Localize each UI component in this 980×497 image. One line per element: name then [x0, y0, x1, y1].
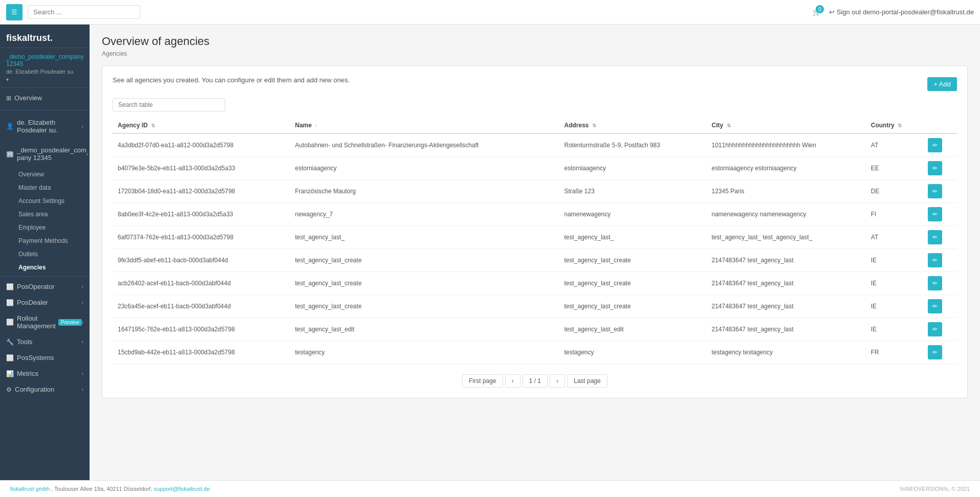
cell-address: test_agency_last_create: [559, 295, 707, 318]
edit-button[interactable]: ✏: [928, 230, 942, 244]
cell-actions: ✏: [923, 203, 957, 226]
sidebar-item-configuration[interactable]: ⚙ Configuration ‹: [0, 381, 90, 397]
sort-icon-id: ⇅: [151, 123, 155, 128]
edit-button[interactable]: ✏: [928, 345, 942, 359]
cell-country: FI: [866, 203, 923, 226]
sidebar-item-pos-operator[interactable]: ⬜ PosOperator ‹: [0, 279, 90, 295]
configuration-chevron-icon: ‹: [82, 387, 83, 392]
pos-dealer-icon: ⬜: [6, 299, 14, 306]
table-row: 1647195c-762e-eb11-a813-000d3a2d5798 tes…: [113, 318, 957, 341]
sidebar-item-sub-employee[interactable]: Employee: [6, 221, 90, 234]
cart-button[interactable]: 🛒 0: [813, 8, 821, 16]
edit-button[interactable]: ✏: [928, 184, 942, 198]
add-button[interactable]: + Add: [927, 77, 957, 91]
sidebar-metrics-label: Metrics: [17, 370, 38, 377]
prev-page-button[interactable]: ‹: [505, 374, 520, 388]
sidebar-item-sub-account-settings[interactable]: Account Settings: [6, 194, 90, 208]
pos-operator-chevron-icon: ‹: [82, 284, 83, 289]
footer-support-link[interactable]: support@fiskaltrust.de: [154, 486, 210, 492]
card-description: See all agencies you created. You can co…: [113, 76, 350, 84]
hamburger-icon: ☰: [11, 8, 17, 16]
breadcrumb: Agencies: [102, 50, 968, 57]
company-chevron-icon: ‹: [86, 151, 88, 157]
sort-icon-city: ⇅: [727, 123, 731, 128]
sidebar-item-metrics[interactable]: 📊 Metrics ‹: [0, 366, 90, 381]
sidebar-item-sub-overview[interactable]: Overview: [6, 168, 90, 181]
pos-systems-icon: ⬜: [6, 354, 14, 362]
sidebar-item-rollout-management[interactable]: ⬜ Rollout Management Preview ‹: [0, 310, 90, 334]
pos-operator-icon: ⬜: [6, 283, 14, 290]
sidebar-item-tools[interactable]: 🔧 Tools ‹: [0, 334, 90, 350]
sidebar-company-label: _demo_posdealer_com pany 12345: [17, 146, 86, 162]
col-actions: [923, 118, 957, 133]
table-body: 4a3dbd2f-07d0-ea11-a812-000d3a2d5798 Aut…: [113, 133, 957, 364]
first-page-button[interactable]: First page: [462, 374, 503, 388]
sidebar-item-sub-payment-methods[interactable]: Payment Methods: [6, 234, 90, 247]
sidebar-item-pos-dealer[interactable]: ⬜ PosDealer ‹: [0, 295, 90, 310]
cart-badge: 0: [816, 5, 824, 13]
rollout-icon: ⬜: [6, 319, 14, 326]
sidebar-item-overview[interactable]: ⊞ Overview: [0, 90, 90, 106]
cell-actions: ✏: [923, 157, 957, 180]
account-sub: de. Elizabeth Posdealer su.: [6, 69, 83, 75]
sidebar-item-user[interactable]: 👤 de. Elizabeth Posdealer su. ‹: [0, 115, 90, 138]
table-row: 17203b04-18d0-ea11-a812-000d3a2d5798 Fra…: [113, 180, 957, 203]
sidebar-pos-systems-label: PosSystems: [17, 354, 54, 362]
hamburger-button[interactable]: ☰: [6, 4, 23, 20]
sidebar-section-user: 👤 de. Elizabeth Posdealer su. ‹: [0, 112, 90, 140]
sidebar-sub-masterdata-label: Master data: [18, 184, 51, 191]
footer-company-link[interactable]: fiskaltrust gmbh: [10, 486, 50, 492]
edit-button[interactable]: ✏: [928, 299, 942, 313]
col-country[interactable]: Country ⇅: [866, 118, 923, 133]
edit-button[interactable]: ✏: [928, 276, 942, 290]
col-name[interactable]: Name ↑: [290, 118, 559, 133]
configuration-icon: ⚙: [6, 386, 12, 393]
cell-address: estorniaagency: [559, 157, 707, 180]
col-address[interactable]: Address ⇅: [559, 118, 707, 133]
sidebar-item-sub-master-data[interactable]: Master data: [6, 181, 90, 194]
next-page-button[interactable]: ›: [550, 374, 565, 388]
cell-city: testagency testagency: [707, 341, 866, 364]
top-nav-right: 🛒 0 ↩ Sign out demo-portal-posdealer@fis…: [813, 8, 974, 16]
grid-icon: ⊞: [6, 95, 11, 102]
col-city[interactable]: City ⇅: [707, 118, 866, 133]
cell-country: IE: [866, 249, 923, 272]
sidebar-item-company[interactable]: 🏢 _demo_posdealer_com pany 12345 ‹: [0, 142, 90, 166]
cell-city: 2147483647 test_agency_last: [707, 318, 866, 341]
sidebar-section-overview: ⊞ Overview: [0, 88, 90, 108]
last-page-button[interactable]: Last page: [567, 374, 607, 388]
sidebar-item-sub-outlets[interactable]: Outlets: [6, 247, 90, 261]
cell-city: 12345 Paris: [707, 180, 866, 203]
edit-button[interactable]: ✏: [928, 161, 942, 175]
cell-address: test_agency_last_: [559, 226, 707, 249]
table-row: 23c6a45e-acef-eb11-bacb-000d3abf044d tes…: [113, 295, 957, 318]
metrics-chevron-icon: ‹: [82, 371, 83, 376]
sidebar-item-pos-systems[interactable]: ⬜ PosSystems: [0, 350, 90, 366]
edit-button[interactable]: ✏: [928, 253, 942, 267]
sidebar-item-sub-sales-area[interactable]: Sales area: [6, 208, 90, 221]
cell-address: Straße 123: [559, 180, 707, 203]
cell-name: Französische Mautorg: [290, 180, 559, 203]
col-agency-id[interactable]: Agency ID ⇅: [113, 118, 290, 133]
sidebar-item-sub-agencies[interactable]: Agencies: [6, 261, 90, 274]
cell-address: namenewagency: [559, 203, 707, 226]
page-title: Overview of agencies: [102, 35, 968, 48]
search-input[interactable]: [28, 5, 140, 19]
edit-button[interactable]: ✏: [928, 322, 942, 336]
table-row: 15cbd9ab-442e-eb11-a813-000d3a2d5798 tes…: [113, 341, 957, 364]
edit-button[interactable]: ✏: [928, 138, 942, 152]
cell-address: test_agency_last_create: [559, 249, 707, 272]
cell-actions: ✏: [923, 341, 957, 364]
table-header-row: Agency ID ⇅ Name ↑ Address ⇅ City ⇅ Coun…: [113, 118, 957, 133]
table-row: 9fe3ddf5-abef-eb11-bacb-000d3abf044d tes…: [113, 249, 957, 272]
sign-out-link[interactable]: ↩ Sign out demo-portal-posdealer@fiskalt…: [829, 8, 974, 16]
cell-name: testagency: [290, 341, 559, 364]
sidebar-sub-group: Overview Master data Account Settings Sa…: [0, 168, 90, 274]
search-table-input[interactable]: [113, 98, 225, 111]
account-dropdown-arrow[interactable]: ▾: [6, 77, 83, 82]
cell-name: test_agency_last_create: [290, 249, 559, 272]
cell-id: 15cbd9ab-442e-eb11-a813-000d3a2d5798: [113, 341, 290, 364]
cell-country: IE: [866, 318, 923, 341]
cell-country: EE: [866, 157, 923, 180]
edit-button[interactable]: ✏: [928, 207, 942, 221]
